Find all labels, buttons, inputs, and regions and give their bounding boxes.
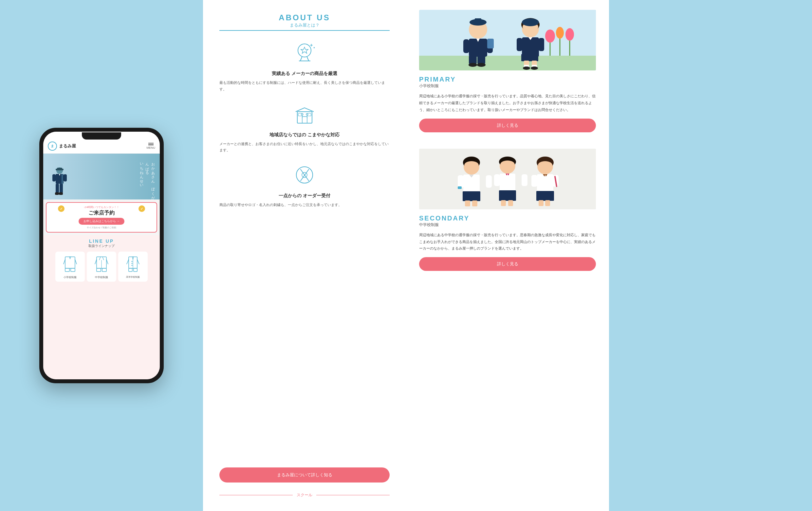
svg-line-38	[300, 56, 302, 61]
primary-school-image	[419, 10, 596, 70]
svg-rect-2	[57, 168, 62, 169]
spacer	[609, 0, 812, 511]
svg-rect-122	[531, 175, 537, 187]
svg-rect-85	[539, 38, 544, 51]
svg-marker-37	[301, 47, 308, 53]
svg-point-97	[464, 161, 479, 169]
lineup-label-elementary: 小学校制服	[57, 276, 83, 279]
svg-rect-16	[65, 268, 69, 272]
svg-rect-119	[537, 174, 553, 192]
lineup-title-jp: 取扱ラインナップ	[46, 244, 157, 248]
section-divider: スクール	[220, 492, 389, 498]
primary-image-svg	[419, 10, 596, 70]
hero-child-figure-icon	[50, 167, 69, 199]
svg-rect-77	[487, 39, 494, 49]
reservation-btn[interactable]: お申し込みはこちらから →	[79, 218, 124, 225]
lineup-grid: 小学校制服	[46, 252, 157, 282]
phone-lineup-section: LINE UP 取扱ラインナップ	[43, 235, 160, 379]
svg-rect-111	[499, 190, 516, 201]
secondary-image-svg	[419, 149, 596, 209]
svg-rect-5	[52, 174, 56, 181]
svg-point-36	[298, 44, 311, 57]
svg-rect-84	[517, 38, 522, 51]
svg-rect-9	[60, 184, 63, 193]
svg-point-92	[531, 66, 538, 70]
lineup-item-elementary[interactable]: 小学校制服	[55, 252, 85, 282]
svg-rect-17	[71, 268, 75, 272]
primary-detail-btn[interactable]: 詳しく見る	[419, 119, 596, 132]
svg-rect-86	[521, 54, 538, 61]
svg-rect-8	[56, 184, 59, 193]
secondary-school-image	[419, 149, 596, 209]
divider-line-left	[220, 495, 293, 495]
svg-point-58	[545, 29, 555, 42]
lineup-item-middle[interactable]: 中学校制服	[87, 252, 116, 282]
high-uniform-icon	[125, 254, 141, 272]
middle-uniform-icon	[93, 254, 110, 272]
svg-rect-64	[419, 56, 596, 70]
svg-point-32	[132, 263, 133, 264]
about-cta-btn[interactable]: まるみ屋について詳しく知る	[220, 467, 389, 483]
feature-award-desc: 最も活動的な時間をともにする制服には、ハードな使用に耐え、長く美しさを保つ商品を…	[220, 80, 389, 93]
svg-rect-113	[522, 174, 527, 186]
hero-overlay-text: おかあさん、ぼくがんばるいちねんせい	[139, 160, 156, 199]
svg-marker-13	[69, 257, 71, 259]
svg-line-39	[307, 56, 309, 61]
phone-section: ま まるみ屋 MENU	[0, 0, 203, 511]
feature-award-title: 実績ある メーカーの商品を厳選	[220, 70, 389, 77]
feature-order-desc: 商品の取り寄せやロゴ・名入れの刺繍も、一点からご注文を承っています。	[220, 202, 389, 208]
reservation-title: ご来店予約	[50, 210, 153, 217]
logo-circle-icon: ま	[48, 142, 57, 151]
svg-point-62	[566, 28, 574, 40]
svg-line-28	[127, 259, 129, 264]
primary-desc: 周辺地域にある小学校の通学服の採寸・販売を行っています。品質や着心地、見た目の美…	[419, 93, 596, 113]
check-icon-right: ✓	[139, 205, 145, 212]
phone-frame: ま まるみ屋 MENU	[39, 128, 164, 383]
svg-rect-115	[508, 200, 513, 206]
reservation-banner[interactable]: ✓ ✓ ↓24時間いつでもカンタン！！ ご来店予約 お申し込みはこちらから → …	[46, 202, 157, 233]
svg-point-108	[500, 161, 515, 168]
primary-title-jp: 小学校制服	[419, 83, 596, 89]
svg-point-76	[477, 63, 486, 67]
lineup-label-middle: 中学校制服	[89, 276, 114, 279]
feature-shop: 地域店ならではの こまやかな対応 メーカーとの連携と、お客さまのお住いに近い特長…	[220, 102, 389, 154]
svg-rect-67	[471, 21, 485, 24]
about-title-jp: まるみ屋とは？	[220, 22, 389, 31]
svg-line-19	[99, 257, 100, 260]
svg-rect-73	[469, 56, 477, 64]
elementary-uniform-icon	[62, 254, 78, 272]
lineup-item-high[interactable]: 高等学校制服	[118, 252, 148, 282]
reservation-top-text: ↓24時間いつでもカンタン！！	[50, 205, 153, 209]
svg-rect-68	[475, 18, 481, 21]
secondary-title-jp: 中学校制服	[419, 222, 596, 228]
lineup-title-en: LINE UP	[46, 238, 157, 244]
secondary-desc: 周辺地域にある中学校の通学服の採寸・販売を行っています。思春期の急激な成長や変化…	[419, 232, 596, 252]
svg-rect-114	[501, 200, 506, 206]
svg-rect-112	[494, 174, 500, 186]
hamburger-icon	[148, 143, 153, 146]
svg-rect-46	[302, 117, 307, 123]
svg-rect-100	[463, 191, 480, 201]
svg-point-118	[538, 161, 552, 169]
feature-order-title: 一点からの オーダー受付	[220, 192, 389, 199]
svg-line-20	[103, 257, 104, 260]
logo-text: まるみ屋	[59, 143, 76, 149]
award-icon	[292, 40, 317, 65]
svg-rect-34	[129, 268, 132, 272]
phone-logo: ま まるみ屋	[48, 142, 76, 151]
phone-inner: ま まるみ屋 MENU	[43, 132, 160, 379]
svg-point-81	[522, 18, 539, 26]
svg-point-75	[468, 63, 477, 67]
svg-rect-7	[62, 174, 63, 186]
about-panel: ABOUT US まるみ屋とは？ 実績ある メーカーの商品を厳選 最も活動的な時…	[203, 0, 406, 511]
svg-point-31	[132, 261, 133, 262]
divider-label: スクール	[297, 492, 312, 498]
phone-menu-btn[interactable]: MENU	[147, 143, 155, 150]
secondary-detail-btn[interactable]: 詳しく見る	[419, 257, 596, 271]
svg-rect-6	[63, 174, 67, 181]
svg-rect-126	[545, 200, 550, 206]
svg-rect-125	[539, 200, 544, 206]
svg-rect-105	[458, 187, 462, 189]
phone-hero-image: おかあさん、ぼくがんばるいちねんせい	[43, 153, 160, 199]
svg-point-60	[556, 27, 564, 39]
